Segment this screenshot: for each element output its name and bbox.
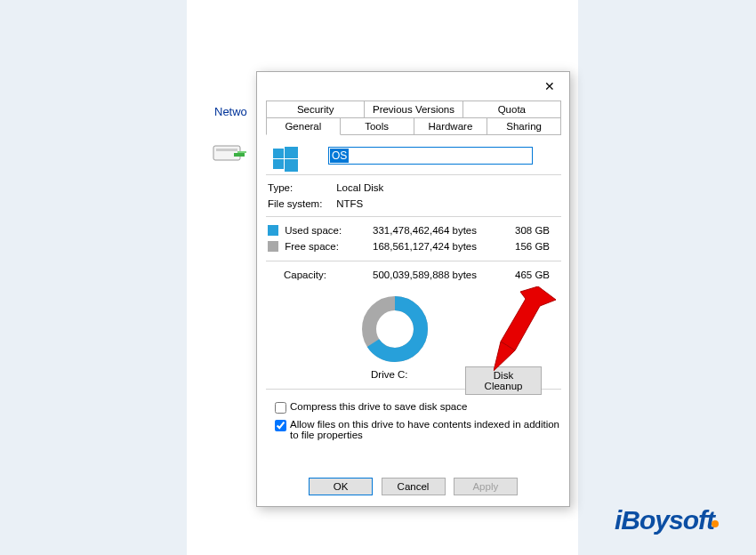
ok-button[interactable]: OK [309, 478, 373, 495]
drive-caption: Drive C: [371, 369, 408, 380]
disk-cleanup-button[interactable]: Disk Cleanup [465, 366, 542, 395]
tab-tools[interactable]: Tools [340, 117, 414, 135]
compress-checkbox[interactable] [275, 402, 286, 414]
compress-label: Compress this drive to save disk space [290, 401, 467, 412]
apply-button[interactable]: Apply [454, 478, 518, 495]
tab-strip: Security Previous Versions Quota General… [266, 101, 561, 135]
drive-name-selection: OS [330, 149, 349, 163]
svg-rect-2 [234, 153, 245, 157]
used-color-swatch [268, 225, 278, 236]
free-bytes: 168,561,127,424 bytes [373, 241, 477, 252]
drive-icon [213, 141, 246, 165]
tab-previous-versions[interactable]: Previous Versions [364, 101, 462, 117]
svg-rect-7 [285, 159, 298, 172]
index-label: Allow files on this drive to have conten… [290, 419, 559, 440]
separator [266, 216, 561, 217]
svg-rect-5 [285, 147, 298, 158]
filesystem-label: File system: [268, 198, 334, 209]
watermark: iBoysoft [615, 505, 719, 535]
free-human: 156 GB [515, 241, 550, 252]
used-label: Used space: [285, 225, 342, 236]
type-label: Type: [268, 182, 334, 193]
capacity-bytes: 500,039,589,888 bytes [373, 269, 477, 280]
used-bytes: 331,478,462,464 bytes [373, 225, 477, 236]
capacity-label: Capacity: [284, 269, 326, 280]
type-value: Local Disk [336, 182, 383, 193]
separator [266, 261, 561, 261]
capacity-human: 465 GB [515, 269, 550, 280]
drive-name-input[interactable] [328, 147, 533, 165]
tab-quota[interactable]: Quota [462, 101, 561, 117]
used-human: 308 GB [515, 225, 550, 236]
svg-rect-6 [273, 159, 284, 169]
usage-pie-chart [360, 294, 430, 364]
cancel-button[interactable]: Cancel [382, 478, 446, 495]
svg-rect-4 [273, 149, 284, 158]
index-checkbox[interactable] [275, 420, 286, 431]
tab-security[interactable]: Security [266, 101, 365, 117]
free-color-swatch [268, 241, 278, 252]
close-icon[interactable]: ✕ [541, 77, 559, 95]
watermark-dot-icon [712, 520, 719, 527]
free-label: Free space: [285, 241, 339, 252]
tab-general[interactable]: General [266, 117, 341, 135]
svg-rect-1 [216, 149, 237, 151]
general-pane: OS Type: Local Disk File system: NTFS Us… [266, 143, 561, 463]
dialog-button-row: OK Cancel Apply [257, 478, 569, 495]
compress-checkbox-row[interactable]: Compress this drive to save disk space [275, 401, 559, 414]
tab-hardware[interactable]: Hardware [414, 117, 488, 135]
svg-rect-3 [237, 151, 246, 153]
separator [266, 174, 561, 175]
tab-sharing[interactable]: Sharing [487, 117, 561, 135]
properties-dialog: ✕ Security Previous Versions Quota Gener… [256, 71, 570, 507]
index-checkbox-row[interactable]: Allow files on this drive to have conten… [275, 419, 559, 440]
windows-logo-icon [273, 147, 298, 172]
network-label: Netwo [214, 105, 247, 118]
filesystem-value: NTFS [336, 198, 363, 209]
